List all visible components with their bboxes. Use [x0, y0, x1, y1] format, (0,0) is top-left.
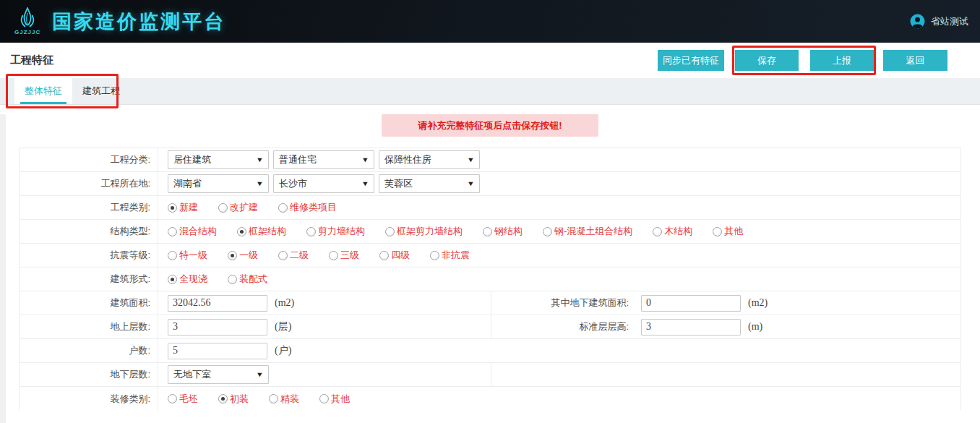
user-name: 省站测试 [931, 15, 968, 28]
radio-frame-structure[interactable]: 框架结构 [237, 225, 286, 238]
radio-circle-icon [168, 394, 177, 403]
dropdown-arrow-icon: ▼ [256, 180, 264, 187]
radio-mixed-structure[interactable]: 混合结构 [168, 225, 217, 238]
radio-circle-icon [269, 394, 278, 403]
radio-circle-icon [228, 275, 237, 284]
radio-steel-structure[interactable]: 钢结构 [483, 225, 523, 238]
app-logo: GJZJJC [14, 7, 40, 35]
province-select[interactable]: 湖南省 ▼ [168, 174, 269, 193]
project-class-select-3[interactable]: 保障性住房 ▼ [379, 150, 480, 169]
radio-grade-3[interactable]: 三级 [329, 249, 359, 262]
radio-steel-concrete-composite[interactable]: 钢-混凝土组合结构 [543, 225, 632, 238]
radio-circle-icon [306, 227, 316, 236]
standard-floor-height-input[interactable] [641, 319, 741, 336]
underground-floors-select[interactable]: 无地下室 ▼ [168, 365, 269, 384]
project-type-label: 工程类别: [20, 196, 158, 219]
form-row-floors-above: 地上层数: (层) 标准层层高: (m) [20, 315, 960, 339]
radio-grade-4[interactable]: 四级 [379, 249, 410, 262]
radio-circle-icon [379, 251, 389, 260]
households-unit: (户) [275, 344, 291, 357]
radio-grade-2[interactable]: 二级 [278, 249, 309, 262]
building-form-label: 建筑形式: [20, 268, 158, 291]
standard-floor-height-unit: (m) [748, 321, 762, 333]
radio-maintenance-project[interactable]: 维修类项目 [278, 201, 337, 214]
radio-circle-icon [278, 251, 288, 260]
structure-type-label: 结构类型: [20, 220, 158, 243]
form-row-project-type: 工程类别: 新建 改扩建 维修类项目 [20, 196, 960, 220]
standard-floor-height-label: 标准层层高: [491, 320, 629, 333]
radio-circle-icon [168, 275, 177, 284]
dropdown-arrow-icon: ▼ [361, 180, 369, 187]
underground-area-label: 其中地下建筑面积: [491, 296, 629, 309]
tab-overall-features[interactable]: 整体特征 [14, 78, 72, 104]
radio-wood-structure[interactable]: 木结构 [653, 225, 692, 238]
radio-circle-icon [237, 227, 246, 236]
page-title: 工程特征 [10, 54, 53, 67]
radio-circle-icon [483, 227, 492, 236]
district-select[interactable]: 芙蓉区 ▼ [379, 174, 480, 193]
toolbar-buttons: 同步已有特征 保存 上报 返回 [658, 50, 947, 71]
building-area-label: 建筑面积: [20, 291, 158, 315]
building-area-input[interactable] [168, 295, 267, 312]
radio-frame-shear-wall-structure[interactable]: 框架剪力墙结构 [385, 225, 463, 238]
households-label: 户数: [20, 339, 158, 362]
tab-strip: 整体特征 建筑工程 [0, 78, 980, 105]
form-row-seismic-grade: 抗震等级: 特一级 一级 二级 三级 [20, 244, 960, 268]
dropdown-arrow-icon: ▼ [361, 156, 369, 163]
save-button[interactable]: 保存 [735, 50, 799, 71]
dropdown-arrow-icon: ▼ [256, 371, 264, 378]
app-header: GJZJJC 国家造价监测平台 省站测试 [0, 0, 980, 43]
sync-features-button[interactable]: 同步已有特征 [658, 50, 724, 71]
radio-grade-1[interactable]: 一级 [228, 249, 258, 262]
radio-new-construction[interactable]: 新建 [168, 201, 198, 214]
radio-fine-decoration[interactable]: 精装 [269, 393, 299, 406]
radio-other-decoration[interactable]: 其他 [319, 393, 350, 406]
project-class-label: 工程分类: [20, 148, 158, 171]
user-avatar-icon [910, 14, 925, 29]
feature-form-table: 工程分类: 居住建筑 ▼ 普通住宅 ▼ 保障性住房 ▼ 工程所在地: [19, 148, 961, 411]
underground-area-input[interactable] [641, 295, 741, 312]
tab-construction-engineering[interactable]: 建筑工程 [72, 78, 130, 104]
radio-circle-icon [278, 203, 288, 213]
radio-renovation-expansion[interactable]: 改扩建 [218, 201, 258, 214]
dropdown-arrow-icon: ▼ [467, 156, 475, 163]
radio-special-grade-1[interactable]: 特一级 [168, 249, 207, 262]
report-button[interactable]: 上报 [810, 50, 874, 71]
radio-shear-wall-structure[interactable]: 剪力墙结构 [306, 225, 365, 238]
form-row-building-form: 建筑形式: 全现浇 装配式 [20, 268, 960, 291]
radio-circle-icon [713, 227, 722, 236]
radio-circle-icon [385, 227, 395, 236]
seismic-grade-label: 抗震等级: [20, 244, 158, 267]
radio-cast-in-place[interactable]: 全现浇 [168, 273, 207, 286]
floors-above-input[interactable] [168, 319, 267, 336]
floors-above-label: 地上层数: [20, 315, 158, 338]
households-input[interactable] [168, 343, 267, 359]
radio-circle-icon [168, 227, 177, 236]
radio-other-structure[interactable]: 其他 [713, 225, 743, 238]
radio-circle-icon [218, 394, 228, 403]
radio-prefabricated[interactable]: 装配式 [228, 273, 267, 286]
project-class-select-2[interactable]: 普通住宅 ▼ [273, 150, 374, 169]
radio-non-seismic[interactable]: 非抗震 [430, 249, 470, 262]
toolbar: 工程特征 同步已有特征 保存 上报 返回 [0, 43, 980, 78]
radio-rough-decoration[interactable]: 毛坯 [168, 393, 198, 406]
left-gutter [0, 114, 6, 423]
user-menu[interactable]: 省站测试 [910, 14, 968, 29]
form-row-decoration-type: 装修类别: 毛坯 初装 精装 其他 [20, 387, 960, 411]
logo-text: GJZJJC [14, 29, 40, 35]
form-row-location: 工程所在地: 湖南省 ▼ 长沙市 ▼ 芙蓉区 ▼ [20, 172, 960, 196]
form-row-households: 户数: (户) [20, 339, 960, 363]
validation-alert: 请补充完整特征项后点击保存按钮! [382, 114, 598, 137]
radio-circle-icon [543, 227, 552, 236]
floors-above-unit: (层) [275, 320, 291, 333]
city-select[interactable]: 长沙市 ▼ [273, 174, 374, 193]
main-content: 请补充完整特征项后点击保存按钮! 工程分类: 居住建筑 ▼ 普通住宅 ▼ 保障性… [0, 114, 980, 411]
project-class-select-1[interactable]: 居住建筑 ▼ [168, 150, 269, 169]
form-row-structure-type: 结构类型: 混合结构 框架结构 剪力墙结构 框架剪力墙结构 [20, 220, 960, 244]
back-button[interactable]: 返回 [883, 50, 947, 71]
building-area-unit: (m2) [275, 297, 294, 309]
underground-floors-label: 地下层数: [20, 363, 158, 386]
radio-circle-icon [319, 394, 329, 403]
flame-logo-icon [17, 7, 38, 30]
radio-basic-decoration[interactable]: 初装 [218, 393, 249, 406]
